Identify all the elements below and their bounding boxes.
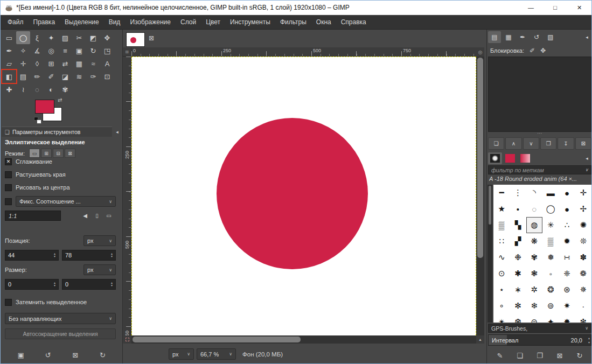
tool-clone[interactable]: ⊡ <box>100 70 114 83</box>
tool-pencil[interactable]: ✏ <box>30 70 44 83</box>
menu-color[interactable]: Цвет <box>201 18 225 26</box>
size-unit-dropdown[interactable]: px ∨ <box>83 264 116 275</box>
menu-view[interactable]: Вид <box>104 18 126 26</box>
position-unit-dropdown[interactable]: px ∨ <box>83 235 116 246</box>
checkbox[interactable]: ✕ <box>5 171 12 178</box>
close-button[interactable]: ✕ <box>567 1 591 15</box>
brush-item[interactable]: ✱ <box>510 265 526 282</box>
anchor-layer-button[interactable]: ↧ <box>558 137 574 150</box>
vertical-scrollbar[interactable] <box>476 57 484 335</box>
maximize-button[interactable]: □ <box>543 1 567 15</box>
checkbox[interactable]: ✕ <box>5 158 12 165</box>
brush-item[interactable]: ⊚ <box>542 298 559 314</box>
brush-item[interactable]: ● <box>559 201 575 217</box>
brush-item[interactable]: · <box>575 298 591 314</box>
brush-item[interactable]: ◍ <box>526 217 542 233</box>
restore-preset-button[interactable]: ↺ <box>41 349 55 360</box>
tool-eraser[interactable]: ◪ <box>58 70 72 83</box>
antialiasing-checkbox[interactable]: ✕ Сглаживание <box>5 156 123 167</box>
tool-move[interactable]: ✥ <box>100 31 114 44</box>
scrollbar-thumb[interactable] <box>477 58 483 258</box>
tool-color-picker[interactable]: ✧ <box>16 44 30 57</box>
brush-item[interactable]: ✷ <box>559 298 575 314</box>
brush-item[interactable]: ━ <box>493 185 510 201</box>
menu-windows[interactable]: Окна <box>311 18 336 26</box>
size-width-spinbox[interactable]: 0 ▴▾ <box>5 279 59 290</box>
tab-undo-history[interactable]: ↺ <box>530 31 543 43</box>
brush-item[interactable]: ✾ <box>526 249 542 265</box>
tool-paths[interactable]: ✒ <box>2 44 16 57</box>
tool-blur-sharpen[interactable]: ◌ <box>30 83 44 96</box>
menu-file[interactable]: Файл <box>3 18 29 26</box>
brush-item[interactable]: ◯ <box>542 201 559 217</box>
ruler-corner-button[interactable]: ⊞ <box>123 47 131 57</box>
brush-item[interactable]: ✽ <box>575 249 591 265</box>
tool-smudge[interactable]: ≀ <box>16 83 30 96</box>
position-x-spinbox[interactable]: 44 ▴▾ <box>5 250 59 261</box>
minimize-button[interactable]: — <box>519 1 543 15</box>
tab-menu-icon[interactable]: ◂ <box>113 128 121 136</box>
menu-image[interactable]: Изображение <box>125 18 176 26</box>
tool-ellipse-select[interactable]: ◯ <box>16 31 30 44</box>
layers-list[interactable] <box>488 57 591 132</box>
duplicate-layer-button[interactable]: ❐ <box>540 137 556 150</box>
brush-item[interactable]: ∗ <box>510 282 526 298</box>
brush-item[interactable]: ✻ <box>510 298 526 314</box>
brush-item[interactable]: ❄ <box>526 298 542 314</box>
quickmask-toggle[interactable] <box>123 335 131 344</box>
brush-item[interactable]: ❉ <box>510 249 526 265</box>
brush-item[interactable]: ∿ <box>493 249 510 265</box>
highlight-checkbox-row[interactable]: ✕ Затемнить невыделенное <box>5 297 87 307</box>
tool-foreground-select[interactable]: ◩ <box>86 31 100 44</box>
foreground-color-swatch[interactable] <box>35 100 54 114</box>
brush-item[interactable]: • <box>510 201 526 217</box>
brush-item[interactable]: ✢ <box>575 201 591 217</box>
brush-item[interactable]: ▬ <box>542 185 559 201</box>
brush-item[interactable]: ✦ <box>542 314 559 323</box>
tool-scale[interactable]: ◳ <box>100 44 114 57</box>
brush-item[interactable]: ✛ <box>575 185 591 201</box>
zoom-dropdown[interactable]: 66,7 % ∨ <box>197 348 236 360</box>
brush-item[interactable]: ❅ <box>542 249 559 265</box>
brush-item[interactable]: ∘ <box>493 298 510 314</box>
tool-select-by-color[interactable]: ▨ <box>58 31 72 44</box>
tool-align[interactable]: ≡ <box>58 44 72 57</box>
fixed-checkbox[interactable]: ✕ <box>5 198 12 205</box>
brush-item[interactable]: ◝ <box>526 185 542 201</box>
tool-fuzzy-select[interactable]: ✦ <box>44 31 58 44</box>
spinner-arrows[interactable]: ▴▾ <box>51 253 58 258</box>
tool-dodge-burn[interactable]: ◐ <box>44 83 58 96</box>
tool-mypaint-brush[interactable]: ✾ <box>58 83 72 96</box>
lock-pixels-button[interactable]: ✐ <box>530 47 535 54</box>
default-colors-icon[interactable] <box>34 117 43 124</box>
brush-item[interactable]: ❆ <box>510 314 526 323</box>
tool-free-select[interactable]: ξ <box>30 31 44 44</box>
delete-brush-button[interactable]: ⊠ <box>553 350 567 361</box>
tool-ink[interactable]: ✑ <box>86 70 100 83</box>
zoom-follow-button[interactable]: ◎ <box>476 47 484 57</box>
fixed-ratio-dropdown[interactable]: Фикс. Соотношение ... ∨ <box>16 196 116 207</box>
menu-help[interactable]: Справка <box>336 18 371 26</box>
tool-warp[interactable]: ≈ <box>86 57 100 70</box>
brush-item[interactable]: ▒ <box>542 233 559 249</box>
ratio-input[interactable]: 1:1 <box>5 211 61 221</box>
navigation-button[interactable]: ▲ <box>476 335 484 344</box>
tool-perspective[interactable]: ◊ <box>30 57 44 70</box>
brush-grid-scrollbar[interactable] <box>487 185 492 323</box>
tool-handle-transform[interactable]: ✛ <box>16 57 30 70</box>
image-tab-thumbnail[interactable] <box>126 32 145 47</box>
brush-item[interactable]: ◦ <box>542 265 559 282</box>
delete-layer-button[interactable]: ⊠ <box>575 137 591 150</box>
brush-item[interactable]: ✸ <box>559 314 575 323</box>
tab-channels[interactable]: ▦ <box>502 31 515 43</box>
spinner-arrows[interactable]: ▴▾ <box>588 336 590 345</box>
close-tab-icon[interactable]: ⊠ <box>149 34 154 42</box>
menu-tools[interactable]: Инструменты <box>225 18 275 26</box>
brush-item[interactable]: ▞ <box>510 233 526 249</box>
horizontal-ruler[interactable]: 0 250 500 750 <box>131 47 476 57</box>
feather-edges-checkbox[interactable]: ✕ Растушевать края <box>5 169 123 180</box>
scrollbar-thumb[interactable] <box>133 337 301 342</box>
save-preset-button[interactable]: ▣ <box>14 349 28 360</box>
portrait-button[interactable]: ▯ <box>92 211 102 220</box>
brush-item[interactable]: ❁ <box>575 265 591 282</box>
